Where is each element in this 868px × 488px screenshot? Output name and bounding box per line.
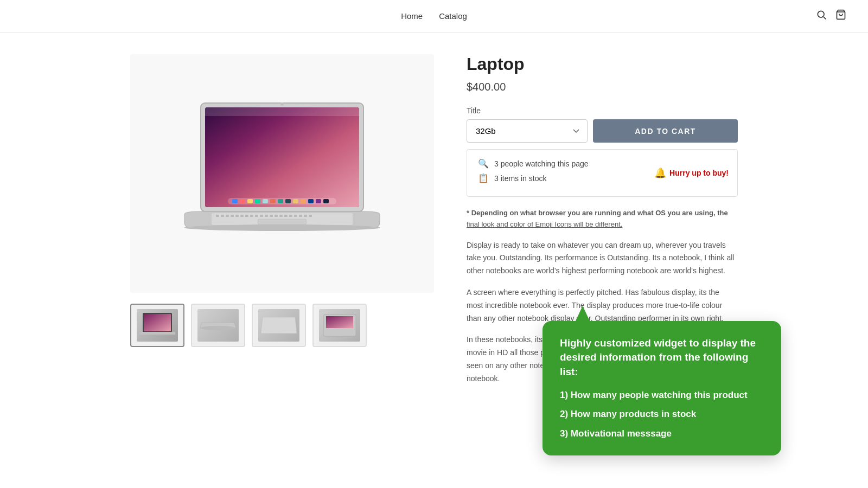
cart-button[interactable] — [835, 9, 846, 23]
tooltip-title: Highly customized widget to display the … — [560, 336, 764, 380]
svg-rect-31 — [255, 215, 258, 217]
tooltip-list: 1) How many people watching this product… — [560, 388, 764, 416]
svg-rect-10 — [240, 199, 245, 203]
svg-rect-25 — [226, 215, 229, 217]
svg-rect-5 — [205, 107, 359, 207]
svg-rect-23 — [216, 215, 219, 217]
nav-home[interactable]: Home — [401, 11, 423, 21]
main-image-container — [130, 54, 434, 293]
svg-rect-32 — [260, 215, 263, 217]
svg-rect-6 — [205, 107, 359, 116]
svg-point-45 — [184, 224, 380, 231]
thumbnail-item-4[interactable] — [312, 304, 367, 347]
svg-rect-11 — [247, 199, 253, 203]
svg-point-0 — [818, 11, 824, 17]
svg-rect-18 — [301, 199, 306, 203]
svg-rect-20 — [316, 199, 321, 203]
thumbnail-item-2[interactable] — [191, 304, 245, 347]
svg-rect-36 — [279, 215, 283, 217]
svg-rect-41 — [304, 215, 307, 217]
nav-catalog[interactable]: Catalog — [439, 11, 467, 21]
svg-rect-42 — [309, 215, 312, 217]
thumbnail-item-1[interactable] — [130, 304, 184, 347]
thumbnail-item-3[interactable] — [252, 304, 306, 347]
info-widget: 🔍 3 people watching this page 📋 3 items … — [467, 149, 738, 197]
desc-para-1: Display is ready to take on whatever you… — [467, 239, 738, 278]
svg-rect-19 — [308, 199, 314, 203]
fire-icon: 🔔 — [654, 167, 666, 179]
variant-title-label: Title — [467, 106, 738, 115]
add-to-cart-button[interactable]: ADD TO CART — [593, 119, 738, 143]
svg-point-7 — [280, 102, 284, 106]
svg-rect-24 — [221, 215, 224, 217]
cart-icon — [835, 9, 846, 20]
clipboard-icon: 📋 — [478, 173, 489, 183]
product-main-image — [168, 98, 396, 249]
svg-rect-34 — [270, 215, 273, 217]
svg-rect-9 — [232, 199, 238, 203]
svg-point-48 — [200, 326, 236, 330]
add-to-cart-row: 32Gb 64Gb 128Gb ADD TO CART — [467, 119, 738, 143]
svg-rect-51 — [326, 316, 353, 328]
product-images-section — [130, 54, 434, 394]
desc-note: * Depending on what browser you are runn… — [467, 208, 738, 230]
svg-rect-47 — [144, 314, 171, 331]
hurry-badge: 🔔 Hurry up to buy! — [654, 167, 729, 179]
svg-rect-39 — [294, 215, 297, 217]
stock-text: 3 items in stock — [494, 174, 546, 183]
svg-rect-40 — [299, 215, 302, 217]
svg-rect-43 — [258, 219, 307, 224]
svg-rect-13 — [263, 199, 268, 203]
svg-rect-14 — [270, 199, 276, 203]
svg-rect-28 — [240, 215, 244, 217]
product-price: $400.00 — [467, 81, 738, 93]
svg-rect-38 — [289, 215, 292, 217]
tooltip-item-2: 2) How many products in stock — [560, 407, 764, 416]
svg-rect-21 — [323, 199, 329, 203]
variant-select[interactable]: 32Gb 64Gb 128Gb — [467, 119, 588, 143]
site-header: Home Catalog — [0, 0, 868, 33]
svg-rect-29 — [245, 215, 248, 217]
tooltip-item-1: 1) How many people watching this product — [560, 388, 764, 402]
svg-line-1 — [824, 17, 826, 19]
svg-rect-33 — [265, 215, 268, 217]
search-icon — [816, 9, 827, 20]
header-icons — [816, 9, 846, 23]
svg-rect-15 — [278, 199, 283, 203]
svg-rect-12 — [255, 199, 260, 203]
svg-rect-27 — [235, 215, 239, 217]
thumbnail-list — [130, 304, 434, 347]
svg-rect-16 — [285, 199, 291, 203]
desc-para-2: A screen where everything is perfectly p… — [467, 286, 738, 325]
product-title: Laptop — [467, 54, 738, 74]
tooltip-callout: Highly customized widget to display the … — [542, 321, 781, 416]
desc-note-strong: * Depending on what browser you are runn… — [467, 209, 728, 217]
main-nav: Home Catalog — [401, 11, 467, 21]
svg-rect-26 — [231, 215, 234, 217]
svg-rect-17 — [293, 199, 298, 203]
search-icon: 🔍 — [478, 158, 489, 169]
search-button[interactable] — [816, 9, 827, 23]
hurry-text: Hurry up to buy! — [669, 169, 729, 177]
svg-rect-35 — [275, 215, 278, 217]
svg-rect-37 — [284, 215, 288, 217]
watchers-text: 3 people watching this page — [494, 159, 589, 168]
emoji-link[interactable]: final look and color of Emoji Icons will… — [467, 220, 622, 228]
svg-rect-30 — [250, 215, 253, 217]
